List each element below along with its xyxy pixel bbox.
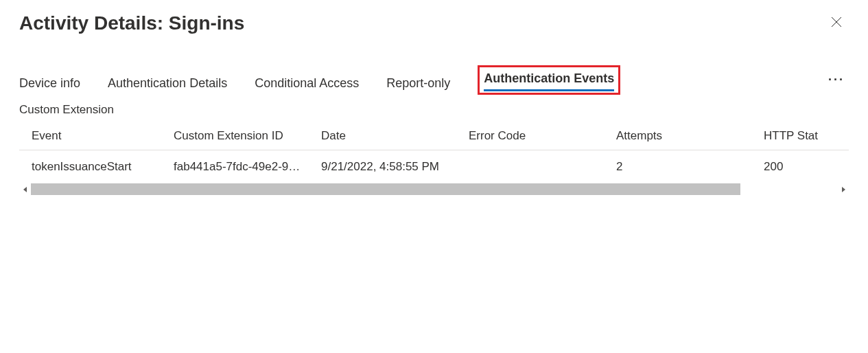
- close-button[interactable]: [824, 10, 849, 34]
- tab-report-only[interactable]: Report-only: [386, 73, 450, 95]
- events-table: Event Custom Extension ID Date Error Cod…: [19, 124, 849, 195]
- cell-event: tokenIssuanceStart: [19, 150, 167, 184]
- cell-attempts: 2: [609, 150, 757, 184]
- close-icon: [831, 16, 842, 27]
- column-header-event[interactable]: Event: [19, 124, 167, 150]
- scroll-empty: [740, 183, 837, 195]
- column-header-http-stat[interactable]: HTTP Stat: [757, 124, 849, 150]
- tab-highlight-box: Authentication Events: [478, 65, 620, 95]
- tab-conditional-access[interactable]: Conditional Access: [255, 73, 359, 95]
- ellipsis-icon: ···: [828, 73, 845, 87]
- cell-error-code: [462, 150, 609, 184]
- svg-marker-3: [842, 187, 845, 192]
- column-header-error-code[interactable]: Error Code: [462, 124, 609, 150]
- column-header-custom-extension-id[interactable]: Custom Extension ID: [167, 124, 314, 150]
- scroll-track[interactable]: [31, 183, 837, 195]
- cell-custom-extension-id: fab441a5-7fdc-49e2-9…: [167, 150, 314, 184]
- table-row[interactable]: tokenIssuanceStart fab441a5-7fdc-49e2-9……: [19, 150, 849, 184]
- column-header-date[interactable]: Date: [314, 124, 462, 150]
- tabs-overflow-button[interactable]: ···: [824, 70, 849, 90]
- cell-http-stat: 200: [757, 150, 849, 184]
- tab-device-info[interactable]: Device info: [19, 73, 80, 95]
- scroll-left-arrow-icon[interactable]: [19, 183, 31, 195]
- section-label: Custom Extension: [19, 103, 849, 117]
- horizontal-scrollbar[interactable]: [19, 183, 849, 195]
- scroll-right-arrow-icon[interactable]: [837, 183, 849, 195]
- svg-marker-2: [23, 187, 27, 192]
- cell-date: 9/21/2022, 4:58:55 PM: [314, 150, 462, 184]
- tab-authentication-details[interactable]: Authentication Details: [108, 73, 227, 95]
- table-header-row: Event Custom Extension ID Date Error Cod…: [19, 124, 849, 150]
- tab-list: Device info Authentication Details Condi…: [19, 65, 620, 95]
- tab-authentication-events[interactable]: Authentication Events: [484, 69, 614, 90]
- page-title: Activity Details: Sign-ins: [19, 12, 244, 34]
- column-header-attempts[interactable]: Attempts: [609, 124, 757, 150]
- scroll-thumb[interactable]: [31, 183, 740, 195]
